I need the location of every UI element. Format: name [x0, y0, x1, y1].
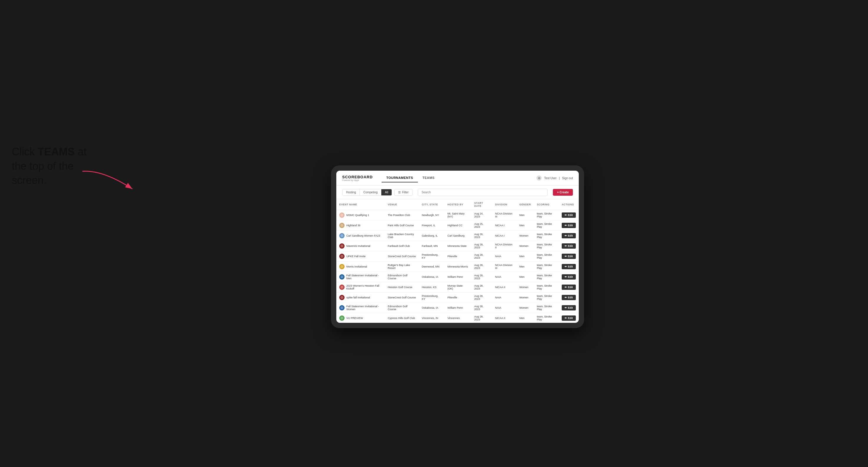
- edit-button[interactable]: ✏ Edit: [562, 285, 576, 290]
- edit-button[interactable]: ✏ Edit: [562, 213, 576, 218]
- cell-division: NCAA Division II: [492, 241, 517, 251]
- table-row: upike fall invitational StoneCrest Golf …: [336, 292, 579, 303]
- cell-hosted-by: Pikeville: [444, 292, 471, 303]
- filter-tab-hosting[interactable]: Hosting: [342, 189, 360, 195]
- table-row: Morris Invitational Ruttger's Bay Lake R…: [336, 261, 579, 272]
- cell-gender: Men: [517, 210, 534, 220]
- cell-scoring: team, Stroke Play: [534, 261, 559, 272]
- cell-start-date: Aug 28, 2023: [471, 303, 492, 313]
- cell-event-name: Carl Sandburg Women FA23: [336, 231, 385, 241]
- edit-label: Edit: [568, 214, 573, 217]
- cell-city-state: Deerwood, MN: [419, 261, 444, 272]
- cell-start-date: Aug 26, 2023: [471, 231, 492, 241]
- edit-icon: ✏: [565, 214, 567, 217]
- team-icon: [339, 213, 345, 218]
- edit-button[interactable]: ✏ Edit: [562, 223, 576, 228]
- cell-actions: ✏ Edit: [559, 292, 579, 303]
- edit-icon: ✏: [565, 234, 567, 237]
- cell-actions: ✏ Edit: [559, 313, 579, 323]
- edit-button[interactable]: ✏ Edit: [562, 274, 576, 280]
- cell-hosted-by: Mt. Saint Mary (NY): [444, 210, 471, 220]
- sign-out-link[interactable]: Sign out: [562, 177, 573, 180]
- nav-tab-tournaments[interactable]: TOURNAMENTS: [382, 174, 418, 182]
- cell-venue: Edmundson Golf Course: [385, 303, 419, 313]
- svg-point-2: [340, 224, 343, 227]
- edit-button[interactable]: ✏ Edit: [562, 254, 576, 259]
- cell-gender: Men: [517, 272, 534, 282]
- edit-icon: ✏: [565, 224, 567, 227]
- svg-point-1: [340, 214, 343, 217]
- cell-gender: Men: [517, 313, 534, 323]
- edit-label: Edit: [568, 317, 573, 319]
- filter-tab-competing[interactable]: Competing: [360, 189, 381, 195]
- svg-point-3: [340, 234, 343, 237]
- svg-point-11: [340, 317, 343, 319]
- cell-division: NAIA: [492, 292, 517, 303]
- filter-button[interactable]: ☰ Filter: [394, 189, 412, 196]
- cell-city-state: Oskaloosa, IA: [419, 272, 444, 282]
- cell-scoring: team, Stroke Play: [534, 292, 559, 303]
- cell-gender: Women: [517, 241, 534, 251]
- instruction-text: Click TEAMS at the top of the screen.: [12, 145, 94, 188]
- edit-button[interactable]: ✏ Edit: [562, 233, 576, 238]
- cell-venue: Lake Bracken Country Club: [385, 231, 419, 241]
- logo-title: SCOREBOARD: [342, 175, 373, 179]
- svg-point-8: [340, 286, 343, 289]
- cell-division: NAIA: [492, 251, 517, 261]
- cell-hosted-by: William Penn: [444, 272, 471, 282]
- table-row: MSMC Qualifying 1 The Powelton Club Newb…: [336, 210, 579, 220]
- filter-tab-all[interactable]: All: [381, 189, 392, 195]
- cell-scoring: team, Stroke Play: [534, 210, 559, 220]
- cell-actions: ✏ Edit: [559, 231, 579, 241]
- search-input[interactable]: [418, 189, 548, 196]
- cell-city-state: Vincennes, IN: [419, 313, 444, 323]
- create-button[interactable]: + Create: [553, 189, 573, 196]
- cell-venue: Cypress Hills Golf Club: [385, 313, 419, 323]
- cell-event-name: Maverick Invitational: [336, 241, 385, 251]
- edit-label: Edit: [568, 296, 573, 299]
- cell-venue: StoneCrest Golf Course: [385, 251, 419, 261]
- cell-city-state: Newburgh, NY: [419, 210, 444, 220]
- toolbar: Hosting Competing All ☰ Filter + Create: [336, 186, 579, 199]
- edit-button[interactable]: ✏ Edit: [562, 264, 576, 269]
- cell-hosted-by: William Penn: [444, 303, 471, 313]
- table-row: Maverick Invitational Faribault Golf Clu…: [336, 241, 579, 251]
- header-right: ⚙ Test User | Sign out: [536, 176, 573, 181]
- cell-gender: Men: [517, 251, 534, 261]
- create-label: + Create: [557, 191, 569, 194]
- col-gender: GENDER: [517, 199, 534, 210]
- cell-division: NICAA II: [492, 313, 517, 323]
- cell-venue: Edmundson Golf Course: [385, 272, 419, 282]
- edit-icon: ✏: [565, 286, 567, 289]
- cell-start-date: Aug 25, 2023: [471, 220, 492, 231]
- team-icon: [339, 223, 345, 228]
- cell-gender: Women: [517, 282, 534, 292]
- edit-icon: ✏: [565, 255, 567, 258]
- edit-button[interactable]: ✏ Edit: [562, 305, 576, 310]
- cell-division: NCAA Division III: [492, 210, 517, 220]
- team-icon: [339, 285, 345, 290]
- table-container: EVENT NAME VENUE CITY, STATE HOSTED BY S…: [336, 199, 579, 323]
- team-icon: [339, 305, 345, 310]
- settings-icon[interactable]: ⚙: [536, 176, 542, 181]
- edit-label: Edit: [568, 275, 573, 278]
- table-row: Highland 36 Park Hills Golf Course Freep…: [336, 220, 579, 231]
- user-label: Test User: [544, 177, 556, 180]
- table-row: UPKE Fall Invite StoneCrest Golf Course …: [336, 251, 579, 261]
- table-row: 2023 Women's Hesston Fall Kickoff Hessto…: [336, 282, 579, 292]
- separator: |: [559, 177, 560, 180]
- cell-start-date: Aug 28, 2023: [471, 241, 492, 251]
- cell-event-name: Morris Invitational: [336, 261, 385, 272]
- edit-button[interactable]: ✏ Edit: [562, 315, 576, 321]
- cell-event-name: 2023 Women's Hesston Fall Kickoff: [336, 282, 385, 292]
- nav-tab-teams[interactable]: TEAMS: [418, 174, 439, 182]
- cell-division: NCAA Division III: [492, 261, 517, 272]
- table-row: Fall Statesmen Invitational - Men Edmund…: [336, 272, 579, 282]
- edit-button[interactable]: ✏ Edit: [562, 295, 576, 300]
- cell-gender: Men: [517, 220, 534, 231]
- cell-venue: Hesston Golf Course: [385, 282, 419, 292]
- cell-scoring: team, Stroke Play: [534, 282, 559, 292]
- app-header: SCOREBOARD Powered by clippit TOURNAMENT…: [336, 171, 579, 186]
- edit-button[interactable]: ✏ Edit: [562, 243, 576, 249]
- col-event-name: EVENT NAME: [336, 199, 385, 210]
